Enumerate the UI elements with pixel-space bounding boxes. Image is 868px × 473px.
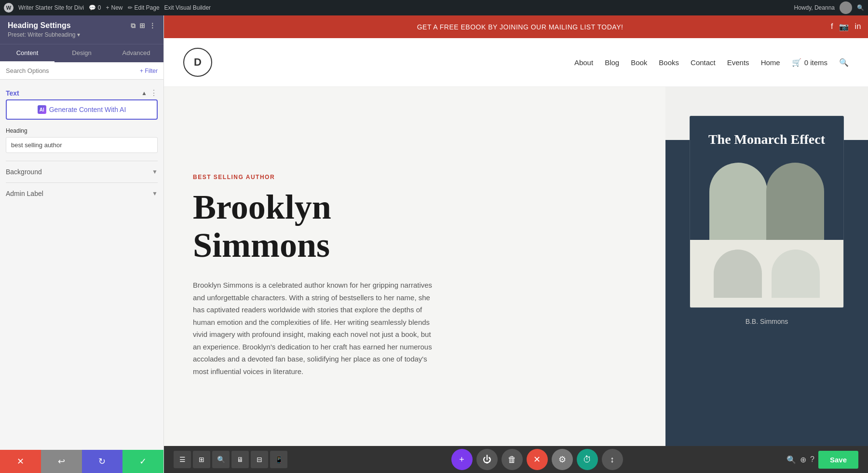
- new-button[interactable]: + New: [106, 4, 123, 11]
- linkedin-icon[interactable]: in: [855, 22, 861, 31]
- content-main: BEST SELLING AUTHOR BrooklynSimmons Broo…: [164, 87, 665, 446]
- redo-button[interactable]: ↻: [82, 450, 123, 473]
- book-arch-bottom-left: [714, 250, 762, 298]
- book-cover-wrapper: The Monarch Effect B.B. Simmons: [690, 116, 844, 325]
- duplicate-icon[interactable]: ⧉: [131, 22, 136, 30]
- book-arch-left: [709, 163, 767, 240]
- tool-mobile[interactable]: 📱: [270, 451, 287, 468]
- howdy-text: Howdy, Deanna: [794, 4, 835, 11]
- heading-field-group: Heading: [6, 127, 158, 153]
- panel-title-row: Heading Settings ⧉ ⊞ ⋮: [8, 21, 156, 30]
- ai-generate-button[interactable]: AI Generate Content With AI: [6, 99, 158, 120]
- close-center-button[interactable]: ✕: [527, 449, 548, 470]
- instagram-icon[interactable]: 📷: [839, 22, 849, 31]
- site-nav: About Blog Book Books Contact Events Hom…: [574, 58, 849, 67]
- ai-generate-label: Generate Content With AI: [49, 106, 126, 113]
- nav-about[interactable]: About: [574, 58, 593, 67]
- panel-search-bar: + Filter: [0, 62, 163, 80]
- right-content: GET A FREE EBOOK BY JOINING OUR MAILING …: [164, 15, 868, 473]
- heading-input[interactable]: [6, 137, 158, 153]
- tool-list[interactable]: ☰: [174, 451, 191, 468]
- help-icon[interactable]: ?: [810, 455, 814, 464]
- search-icon[interactable]: 🔍: [857, 4, 864, 11]
- undo-button[interactable]: ↩: [41, 450, 82, 473]
- filter-button[interactable]: + Filter: [140, 68, 158, 74]
- layers-icon[interactable]: ⊕: [800, 455, 806, 464]
- edit-page-button[interactable]: ✏ Edit Page: [128, 4, 160, 11]
- wp-logo: W: [4, 3, 14, 13]
- toolbar-center-buttons: + ⏻ 🗑 ✕ ⚙ ⏱ ↕: [451, 449, 623, 470]
- panel-actions: ✕ ↩ ↻ ✓: [0, 450, 163, 473]
- text-section-title: Text: [6, 89, 19, 97]
- panel-preset[interactable]: Preset: Writer Subheading ▾: [8, 31, 156, 38]
- zoom-icon[interactable]: 🔍: [787, 455, 796, 464]
- text-collapse-arrow[interactable]: ▲: [141, 90, 147, 97]
- history-button[interactable]: ⏱: [577, 449, 598, 470]
- delete-button[interactable]: 🗑: [502, 449, 523, 470]
- save-main-button[interactable]: Save: [818, 451, 858, 469]
- close-button[interactable]: ✕: [0, 450, 41, 473]
- book-arch-right: [766, 163, 824, 240]
- main-layout: Heading Settings ⧉ ⊞ ⋮ Preset: Writer Su…: [0, 15, 868, 473]
- book-area: The Monarch Effect B.B. Simmons: [665, 87, 868, 446]
- nav-blog[interactable]: Blog: [605, 58, 619, 67]
- panel-tabs: Content Design Advanced: [0, 44, 163, 62]
- tool-desktop[interactable]: 🖥: [231, 451, 249, 468]
- search-input[interactable]: [6, 67, 140, 74]
- book-cover-top: The Monarch Effect: [690, 116, 843, 240]
- nav-home[interactable]: Home: [761, 58, 780, 67]
- admin-bar-right: Howdy, Deanna 🔍: [794, 1, 865, 14]
- comments-count[interactable]: 💬 0: [89, 4, 101, 11]
- background-section-header[interactable]: Background ▼: [6, 161, 158, 182]
- site-logo: D: [183, 48, 212, 77]
- search-icon-nav[interactable]: 🔍: [839, 58, 849, 67]
- panel-title-text: Heading Settings: [8, 21, 71, 30]
- nav-cart[interactable]: 🛒 0 items: [792, 58, 827, 67]
- author-bio: Brooklyn Simmons is a celebrated author …: [193, 279, 434, 377]
- tool-grid[interactable]: ⊞: [193, 451, 210, 468]
- layout-icon[interactable]: ⊞: [139, 22, 145, 30]
- background-collapse-arrow: ▼: [152, 168, 158, 175]
- admin-label-section-header[interactable]: Admin Label ▼: [6, 183, 158, 204]
- site-name[interactable]: Writer Starter Site for Divi: [18, 4, 84, 11]
- tool-search[interactable]: 🔍: [212, 451, 230, 468]
- nav-contact[interactable]: Contact: [691, 58, 716, 67]
- tab-design[interactable]: Design: [54, 44, 109, 62]
- hero-top-spacer: [193, 125, 637, 174]
- tool-tablet[interactable]: ⊟: [251, 451, 268, 468]
- settings-button[interactable]: ⚙: [552, 449, 573, 470]
- bottom-toolbar: ☰ ⊞ 🔍 🖥 ⊟ 📱 + ⏻ 🗑 ✕ ⚙ ⏱ ↕ 🔍 ⊕ ? Save: [164, 446, 868, 473]
- site-header: D About Blog Book Books Contact Events H…: [164, 38, 868, 87]
- cart-count: 0 items: [804, 58, 827, 67]
- nav-events[interactable]: Events: [727, 58, 749, 67]
- tab-advanced[interactable]: Advanced: [109, 44, 163, 62]
- nav-book[interactable]: Book: [631, 58, 647, 67]
- book-cover: The Monarch Effect: [690, 116, 844, 308]
- panel-title-icons: ⧉ ⊞ ⋮: [131, 22, 156, 30]
- facebook-icon[interactable]: f: [831, 22, 833, 31]
- admin-bar-left: W Writer Starter Site for Divi 💬 0 + New…: [4, 3, 788, 13]
- author-name: BrooklynSimmons: [193, 188, 637, 264]
- check-button[interactable]: ✓: [122, 450, 163, 473]
- nav-books[interactable]: Books: [659, 58, 679, 67]
- text-section-controls: ▲ ⋮: [141, 88, 158, 97]
- book-author-name: B.B. Simmons: [690, 318, 844, 325]
- add-button[interactable]: +: [451, 449, 473, 470]
- heading-field-label: Heading: [6, 127, 158, 134]
- reorder-button[interactable]: ↕: [602, 449, 623, 470]
- admin-label-section: Admin Label ▼: [6, 182, 158, 204]
- text-more-icon[interactable]: ⋮: [150, 88, 158, 97]
- tab-content[interactable]: Content: [0, 44, 54, 62]
- power-button[interactable]: ⏻: [476, 449, 498, 470]
- book-arch-bottom-right: [772, 250, 820, 298]
- background-section-title: Background: [6, 168, 42, 176]
- toolbar-right: 🔍 ⊕ ? Save: [787, 451, 858, 469]
- more-icon[interactable]: ⋮: [149, 22, 156, 30]
- book-title: The Monarch Effect: [700, 131, 834, 148]
- exit-vb-button[interactable]: Exit Visual Builder: [164, 4, 211, 11]
- site-banner: GET A FREE EBOOK BY JOINING OUR MAILING …: [164, 15, 868, 38]
- admin-label-collapse-arrow: ▼: [152, 190, 158, 197]
- book-cover-bottom: [690, 240, 843, 307]
- admin-label-section-title: Admin Label: [6, 190, 43, 197]
- user-avatar: [840, 1, 852, 14]
